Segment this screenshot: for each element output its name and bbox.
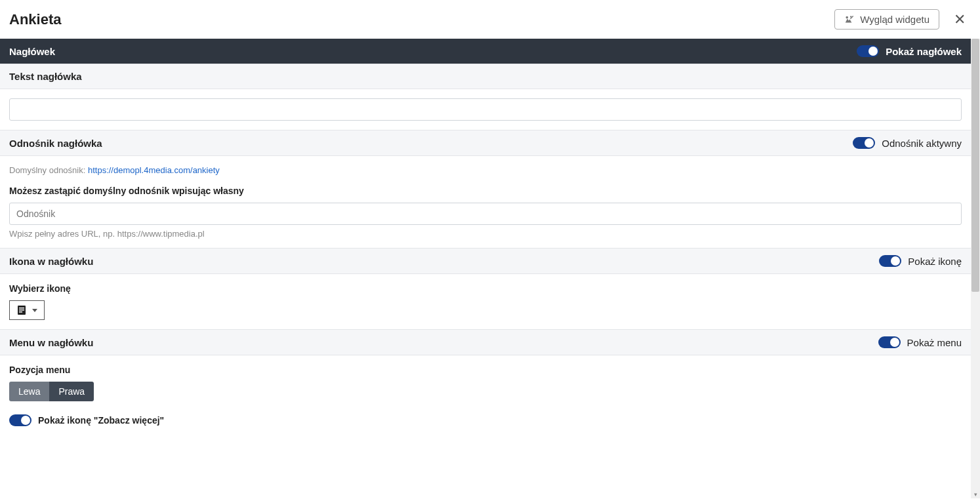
- section-title: Odnośnik nagłówka: [9, 138, 102, 149]
- odnosnik-body: Domyślny odnośnik: https://demopl.4media…: [0, 156, 971, 248]
- page-title: Ankieta: [9, 11, 61, 28]
- toggle-link-active[interactable]: Odnośnik aktywny: [853, 137, 962, 149]
- section-header-menu: Menu w nagłówku Pokaż menu: [0, 329, 971, 355]
- default-link-url[interactable]: https://demopl.4media.com/ankiety: [88, 165, 220, 175]
- link-input[interactable]: [9, 203, 962, 225]
- document-icon: [16, 305, 27, 315]
- svg-rect-3: [19, 311, 22, 313]
- toggle-switch-icon: [853, 137, 875, 149]
- choose-icon-label: Wybierz ikonę: [9, 283, 962, 294]
- section-header-tekst: Tekst nagłówka: [0, 64, 971, 89]
- dialog-header: Ankieta Wygląd widgetu ✕: [0, 0, 980, 39]
- scroll-area: Nagłówek Pokaż nagłówek Tekst nagłówka O…: [0, 39, 980, 498]
- menu-position-label: Pozycja menu: [9, 365, 962, 375]
- scroll-down-arrow-icon[interactable]: ▾: [971, 491, 980, 498]
- toggle-label: Pokaż ikonę: [908, 256, 962, 267]
- content: Nagłówek Pokaż nagłówek Tekst nagłówka O…: [0, 39, 971, 435]
- section-title: Tekst nagłówka: [9, 71, 82, 82]
- header-text-input[interactable]: [9, 98, 962, 121]
- default-link-line: Domyślny odnośnik: https://demopl.4media…: [9, 165, 962, 175]
- toggle-switch-icon: [9, 414, 31, 426]
- menu-position-segmented: Lewa Prawa: [9, 382, 94, 401]
- appearance-button-label: Wygląd widgetu: [860, 14, 929, 25]
- toggle-switch-icon: [857, 45, 879, 57]
- chevron-down-icon: [32, 309, 37, 312]
- section-header-naglowek: Nagłówek Pokaż nagłówek: [0, 39, 971, 64]
- vertical-scrollbar[interactable]: ▾: [971, 39, 980, 498]
- toggle-switch-icon: [878, 336, 901, 348]
- default-link-label: Domyślny odnośnik:: [9, 165, 85, 175]
- toggle-show-menu[interactable]: Pokaż menu: [878, 336, 962, 348]
- menu-position-left[interactable]: Lewa: [9, 382, 49, 401]
- toggle-show-icon[interactable]: Pokaż ikonę: [879, 255, 962, 267]
- replace-link-label: Możesz zastąpić domyślny odnośnik wpisuj…: [9, 186, 962, 196]
- section-title: Nagłówek: [9, 46, 55, 57]
- toggle-label: Odnośnik aktywny: [882, 138, 962, 149]
- toggle-label: Pokaż nagłówek: [886, 46, 962, 57]
- svg-rect-1: [19, 308, 24, 309]
- toggle-show-header[interactable]: Pokaż nagłówek: [857, 45, 962, 57]
- section-title: Menu w nagłówku: [9, 337, 93, 348]
- toggle-show-more-icon[interactable]: Pokaż ikonę "Zobacz więcej": [9, 414, 164, 426]
- section-header-ikona: Ikona w nagłówku Pokaż ikonę: [0, 248, 971, 274]
- palette-icon: [844, 14, 855, 25]
- link-input-hint: Wpisz pełny adres URL, np. https://www.t…: [9, 229, 962, 239]
- svg-rect-2: [19, 309, 24, 311]
- toggle-label: Pokaż ikonę "Zobacz więcej": [38, 415, 164, 426]
- icon-picker[interactable]: [9, 300, 45, 320]
- header-actions: Wygląd widgetu ✕: [834, 9, 968, 30]
- toggle-label: Pokaż menu: [907, 337, 962, 348]
- menu-body: Pozycja menu Lewa Prawa Pokaż ikonę "Zob…: [0, 355, 971, 435]
- section-title: Ikona w nagłówku: [9, 256, 93, 267]
- scrollbar-thumb[interactable]: [971, 39, 979, 292]
- menu-position-right[interactable]: Prawa: [49, 382, 94, 401]
- close-icon[interactable]: ✕: [951, 11, 968, 28]
- ikona-body: Wybierz ikonę: [0, 274, 971, 329]
- tekst-naglowka-body: [0, 89, 971, 130]
- show-more-icon-row: Pokaż ikonę "Zobacz więcej": [9, 414, 962, 426]
- appearance-button[interactable]: Wygląd widgetu: [834, 9, 939, 30]
- section-header-odnosnik: Odnośnik nagłówka Odnośnik aktywny: [0, 130, 971, 156]
- toggle-switch-icon: [879, 255, 901, 267]
